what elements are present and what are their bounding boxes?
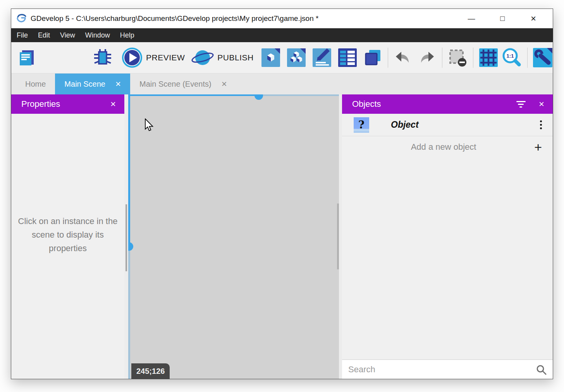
menu-edit[interactable]: Edit [33, 31, 55, 39]
object-menu-kebab-icon[interactable] [538, 118, 543, 132]
publish-globe-icon [191, 48, 214, 68]
objects-title: Objects [352, 99, 381, 109]
mouse-cursor-icon [144, 118, 155, 132]
canvas-vertical-scrollbar[interactable] [337, 204, 339, 269]
main-area: Properties × Click on an instance in the… [11, 94, 553, 379]
objects-panel: Objects × ? Object Add a new object + [342, 94, 553, 379]
canvas-right-gutter [339, 94, 342, 379]
preview-label: PREVIEW [146, 53, 185, 62]
objects-list-empty-space [342, 157, 553, 359]
close-icon[interactable]: × [110, 99, 116, 109]
gdevelop-logo-icon [16, 14, 27, 24]
scene-cube-icon [261, 48, 280, 67]
tab-main-scene[interactable]: Main Scene × [55, 74, 130, 94]
window-controls: — □ × [456, 9, 549, 28]
gdevelop-window: GDevelop 5 - C:\Users\charburg\Documents… [11, 9, 553, 379]
close-icon[interactable]: × [222, 79, 227, 89]
menu-view[interactable]: View [55, 31, 80, 39]
window-title: GDevelop 5 - C:\Users\charburg\Documents… [31, 14, 318, 23]
tab-label: Main Scene [64, 80, 105, 89]
close-icon[interactable]: × [115, 79, 121, 89]
properties-header: Properties × [11, 94, 124, 114]
menu-file[interactable]: File [17, 31, 33, 39]
properties-title: Properties [21, 99, 60, 109]
scene-border-top-muted [259, 94, 339, 96]
tab-label: Main Scene (Events) [139, 80, 212, 89]
layers-button[interactable] [364, 48, 382, 67]
instances-button[interactable] [287, 48, 306, 67]
preview-button[interactable]: PREVIEW [121, 47, 185, 68]
scene-properties-button[interactable] [313, 48, 331, 67]
search-icon[interactable] [536, 364, 547, 375]
scene-canvas[interactable]: 245;126 [128, 94, 339, 379]
deselect-button[interactable] [448, 48, 467, 67]
close-button[interactable]: × [518, 13, 549, 24]
undo-icon [393, 49, 411, 67]
redo-icon [419, 49, 437, 67]
events-button[interactable] [338, 48, 357, 67]
tab-main-scene-events[interactable]: Main Scene (Events) × [130, 74, 236, 94]
toolbar-separator [473, 48, 473, 68]
tab-label: Home [25, 80, 46, 89]
scene-border-top [128, 94, 259, 96]
unknown-object-icon: ? [354, 117, 369, 133]
resize-handle-top[interactable] [254, 94, 263, 100]
tools-wrench-icon [533, 48, 552, 67]
scene-editor-button[interactable] [261, 48, 280, 67]
zoom-1-1-icon: 1:1 [501, 47, 523, 68]
scene-border-left [128, 94, 130, 246]
toolbar: PREVIEW PUBLISH [11, 42, 553, 73]
canvas-left-gutter [124, 94, 128, 379]
grid-icon [479, 48, 498, 67]
plus-icon[interactable]: + [534, 140, 542, 154]
zoom-reset-button[interactable]: 1:1 [501, 47, 523, 68]
scene-border-left-muted [128, 246, 130, 379]
deselect-mask-icon [448, 48, 467, 67]
toolbar-separator [527, 48, 528, 68]
minimize-button[interactable]: — [456, 14, 487, 23]
events-list-icon [338, 48, 357, 67]
cursor-coordinates-badge: 245;126 [131, 363, 170, 379]
debug-button[interactable] [93, 48, 113, 68]
tab-bar: Home Main Scene × Main Scene (Events) × [11, 73, 553, 94]
objects-search-bar [342, 359, 553, 379]
object-name: Object [391, 120, 538, 130]
debug-icon [93, 48, 113, 68]
scene-edit-pencil-icon [313, 48, 331, 67]
publish-label: PUBLISH [217, 53, 253, 62]
properties-body: Click on an instance in the scene to dis… [11, 114, 124, 379]
resize-handle-left[interactable] [128, 242, 133, 251]
properties-empty-message: Click on an instance in the scene to dis… [17, 214, 119, 255]
close-icon[interactable]: × [539, 99, 544, 109]
publish-button[interactable]: PUBLISH [191, 48, 253, 68]
object-list-item[interactable]: ? Object [342, 114, 553, 136]
grid-button[interactable] [479, 48, 498, 67]
vertical-scrollbar[interactable] [126, 204, 127, 271]
project-manager-button[interactable] [17, 48, 36, 67]
undo-button[interactable] [393, 49, 411, 67]
search-input[interactable] [348, 365, 536, 375]
toolbar-separator [388, 48, 388, 68]
properties-panel: Properties × Click on an instance in the… [11, 94, 124, 379]
filter-icon[interactable] [516, 101, 526, 108]
preview-play-icon [121, 47, 143, 68]
redo-button[interactable] [419, 49, 437, 67]
add-object-row[interactable]: Add a new object + [342, 136, 553, 157]
add-object-label: Add a new object [353, 142, 534, 152]
tools-button[interactable] [533, 48, 552, 67]
maximize-button[interactable]: □ [487, 14, 518, 23]
title-bar: GDevelop 5 - C:\Users\charburg\Documents… [11, 9, 553, 28]
tab-home[interactable]: Home [16, 74, 55, 94]
objects-header: Objects × [342, 94, 553, 114]
layers-icon [364, 48, 382, 67]
toolbar-separator [442, 48, 442, 68]
menu-bar: File Edit View Window Help [11, 28, 553, 42]
project-manager-icon [17, 48, 36, 67]
instances-cubes-icon [287, 48, 306, 67]
svg-text:1:1: 1:1 [506, 53, 514, 59]
menu-window[interactable]: Window [80, 31, 115, 39]
menu-help[interactable]: Help [115, 31, 139, 39]
